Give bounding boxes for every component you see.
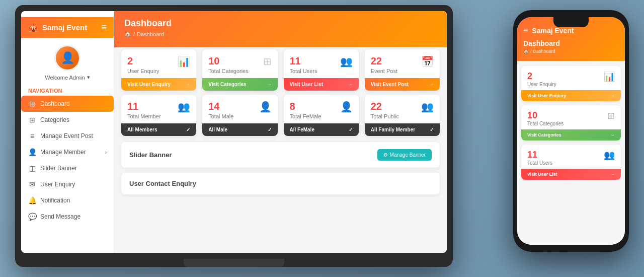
phone-card-icon: ⊞ [607, 110, 615, 121]
card-stat-icon: 👤 [340, 101, 353, 113]
sidebar-item-slider[interactable]: ◫ Slider Banner [21, 160, 114, 176]
card-number: 14 [208, 101, 233, 112]
sidebar-item-enquiry[interactable]: ✉ User Enquiry [21, 176, 114, 192]
phone-card-number: 10 [527, 110, 564, 121]
check-icon: ✓ [430, 127, 434, 132]
phone-card-icon: 📊 [604, 71, 615, 82]
phone-brand-name: Samaj Event [532, 27, 574, 35]
card-number: 11 [290, 55, 317, 67]
all-family-member-button[interactable]: All Family Member ✓ [365, 123, 440, 136]
arrow-right-icon: → [348, 82, 353, 87]
phone-notch [553, 17, 589, 27]
phone-visit-categories-button[interactable]: Visit Categories → [521, 129, 621, 141]
card-content: 11 Total Users [290, 55, 317, 74]
sidebar-item-message[interactable]: 💬 Send Message [21, 209, 114, 225]
card-label: User Enquiry [127, 68, 159, 74]
visit-user-list-button[interactable]: Visit User List → [284, 78, 359, 91]
laptop-device: 🎪 Samaj Event ≡ 👤 Welcome Admin ▾ Naviga… [15, 5, 453, 267]
sidebar-item-dashboard[interactable]: ⊞ Dashboard [21, 96, 114, 112]
manage-event-icon: ≡ [28, 132, 36, 140]
phone-card-number: 11 [527, 150, 552, 160]
all-male-button[interactable]: All Male ✓ [202, 123, 277, 136]
page-root: 🎪 Samaj Event ≡ 👤 Welcome Admin ▾ Naviga… [0, 0, 644, 277]
card-content: 14 Total Male [208, 101, 233, 119]
phone-visit-enquiry-button[interactable]: Visit User Enquiry → [521, 90, 621, 101]
phone-arrow-icon: → [610, 93, 615, 98]
phone-card-label: User Enquiry [527, 82, 556, 87]
card-stat-icon: 📅 [421, 55, 434, 67]
card-top: 2 User Enquiry 📊 [121, 49, 196, 78]
arrow-right-icon: → [267, 82, 272, 87]
phone-menu-icon[interactable]: ≡ [523, 26, 528, 35]
card-label: Total Public [371, 113, 399, 119]
slider-banner-title: Slider Banner [129, 151, 172, 159]
phone-screen: ≡ Samaj Event Dashboard 🏠 / Dashboard 2 [517, 17, 625, 245]
visit-user-enquiry-button[interactable]: Visit User Enquiry → [121, 78, 196, 91]
sidebar-item-label: Send Message [40, 213, 80, 220]
laptop-screen: 🎪 Samaj Event ≡ 👤 Welcome Admin ▾ Naviga… [21, 11, 447, 253]
home-icon: 🏠 [124, 31, 131, 37]
check-icon: ✓ [186, 127, 190, 132]
welcome-text: Welcome Admin ▾ [45, 74, 90, 81]
card-stat-icon: 👥 [178, 101, 190, 113]
card-label: Event Post [371, 68, 397, 74]
manage-banner-button[interactable]: ⚙ Manage Banner [377, 149, 432, 161]
phone-arrow-icon: → [610, 132, 615, 137]
categories-icon: ⊞ [28, 116, 36, 124]
card-total-male: 14 Total Male 👤 All Male ✓ [202, 95, 277, 136]
phone-body: 2 User Enquiry 📊 Visit User Enquiry → [517, 61, 625, 245]
card-content: 2 User Enquiry [127, 55, 159, 74]
breadcrumb: 🏠 / Dashboard [124, 31, 437, 37]
sidebar-item-label: Notification [40, 197, 70, 204]
notification-icon: 🔔 [28, 196, 36, 204]
card-total-public: 22 Total Public 👥 All Family Member ✓ [365, 95, 440, 136]
sidebar-item-manage-event[interactable]: ≡ Manage Event Post [21, 128, 114, 144]
card-stat-icon: ⊞ [263, 55, 272, 67]
card-stat-icon: 📊 [178, 55, 190, 67]
all-female-button[interactable]: All FeMale ✓ [284, 123, 359, 136]
sidebar-item-categories[interactable]: ⊞ Categories [21, 112, 114, 128]
visit-event-post-button[interactable]: Visit Event Post → [365, 78, 440, 91]
phone-card-icon: 👥 [604, 150, 615, 161]
all-members-button[interactable]: All Members ✓ [121, 123, 196, 136]
sidebar-item-manage-member[interactable]: 👤 Manage Member › [21, 144, 114, 160]
message-icon: 💬 [28, 213, 36, 221]
phone-card-user-enquiry: 2 User Enquiry 📊 Visit User Enquiry → [521, 66, 621, 101]
phone-card-top: 11 Total Users 👥 [521, 145, 621, 169]
card-total-female: 8 Total FeMale 👤 All FeMale ✓ [284, 95, 359, 136]
card-total-users: 11 Total Users 👥 Visit User List → [284, 49, 359, 91]
laptop-base [184, 259, 284, 267]
card-stat-icon: 👤 [259, 101, 272, 113]
card-number: 2 [127, 55, 159, 67]
sidebar-item-notification[interactable]: 🔔 Notification [21, 192, 114, 209]
page-title: Dashboard [124, 18, 437, 29]
sidebar-item-label: Dashboard [40, 100, 70, 107]
enquiry-icon: ✉ [28, 180, 36, 188]
brand-name: Samaj Event [42, 23, 87, 32]
visit-categories-button[interactable]: Visit Categories → [202, 78, 277, 91]
chevron-right-icon: › [105, 150, 107, 155]
slider-banner-section: Slider Banner ⚙ Manage Banner [121, 142, 440, 168]
stats-row-1: 2 User Enquiry 📊 Visit User Enquiry → [114, 43, 447, 97]
phone-page-title: Dashboard [523, 39, 619, 47]
card-label: Total Member [127, 113, 161, 119]
card-event-post: 22 Event Post 📅 Visit Event Post → [365, 49, 440, 91]
page-header: Dashboard 🏠 / Dashboard [114, 11, 447, 47]
phone-card-content: 10 Total Categories [527, 110, 564, 126]
phone-breadcrumb: 🏠 / Dashboard [523, 49, 619, 54]
card-label: Total Categories [208, 68, 249, 74]
card-stat-icon: 👥 [421, 101, 434, 113]
menu-toggle-icon[interactable]: ≡ [101, 22, 107, 33]
phone-card-top: 2 User Enquiry 📊 [521, 66, 621, 90]
card-content: 11 Total Member [127, 101, 161, 119]
phone-card-categories: 10 Total Categories ⊞ Visit Categories → [521, 105, 621, 141]
card-number: 11 [127, 101, 161, 112]
enquiry-title: User Contact Enquiry [129, 180, 196, 187]
card-content: 22 Event Post [371, 55, 397, 74]
brand-icon: 🎪 [28, 23, 38, 32]
arrow-right-icon: → [429, 82, 434, 87]
card-top: 14 Total Male 👤 [202, 95, 277, 123]
card-top: 8 Total FeMale 👤 [284, 95, 359, 123]
card-top: 10 Total Categories ⊞ [202, 49, 277, 78]
phone-visit-userlist-button[interactable]: Visit User List → [521, 169, 621, 180]
